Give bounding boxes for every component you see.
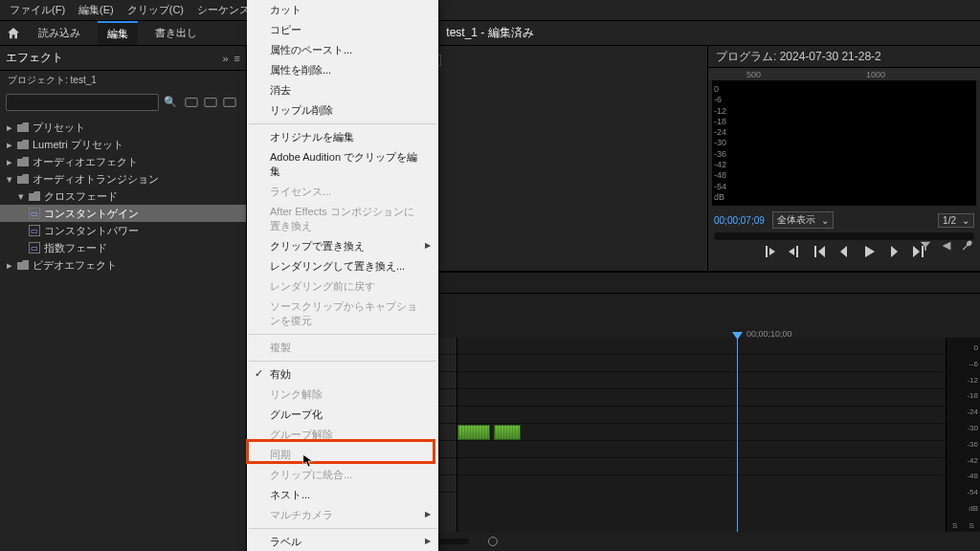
menu-item: After Effects コンポジションに置き換え [247, 202, 438, 236]
effects-tree: ▸プリセット ▸Lumetri プリセット ▸オーディオエフェクト ▾オーディオ… [0, 115, 246, 277]
tab-export[interactable]: 書き出し [145, 22, 207, 44]
tree-exponential-fade[interactable]: ▭指数フェード [0, 239, 246, 256]
menu-item: グループ解除 [247, 425, 438, 445]
accel-icon[interactable] [185, 96, 198, 109]
program-zoom-dropdown[interactable]: 全体表示⌄ [772, 211, 834, 229]
tree-crossfade[interactable]: ▾クロスフェード [0, 187, 246, 205]
mark-out-icon[interactable] [787, 244, 802, 259]
menu-item[interactable]: 消去 [247, 80, 438, 100]
program-ruler[interactable]: 5001000 [708, 67, 980, 80]
menu-item: レンダリング前に戻す [247, 276, 438, 297]
goto-in-icon[interactable] [812, 244, 827, 259]
menu-item: マルチカメラ [247, 505, 438, 525]
zoom-in-icon[interactable] [488, 537, 498, 546]
svg-rect-1 [205, 99, 216, 107]
menu-item[interactable]: グループ化 [247, 405, 438, 425]
menu-item[interactable]: クリップで置き換え [247, 236, 438, 256]
play-icon[interactable] [861, 244, 877, 259]
menu-item: 複製 [247, 338, 438, 358]
audio-clip-1[interactable] [457, 425, 490, 440]
project-title: test_1 - 編集済み [446, 25, 533, 41]
program-resolution-dropdown[interactable]: 1/2⌄ [938, 213, 974, 228]
menu-item: クリップに統合... [247, 465, 438, 485]
step-fwd-icon[interactable] [886, 244, 902, 259]
menu-item: ソースクリップからキャプションを復元 [247, 297, 438, 331]
tree-constant-power[interactable]: ▭コンスタントパワー [0, 222, 246, 239]
tree-audio-effects[interactable]: ▸オーディオエフェクト [0, 153, 246, 170]
tab-edit[interactable]: 編集 [98, 21, 138, 45]
workspace: エフェクト » ≡ プロジェクト: test_1 🔍 ▸プリセット ▸Lumet… [0, 46, 980, 551]
menu-file[interactable]: ファイル(F) [4, 1, 71, 19]
tree-presets[interactable]: ▸プリセット [0, 119, 246, 136]
menu-clip[interactable]: クリップ(C) [122, 1, 189, 19]
panel-menu-icon[interactable]: » [222, 53, 228, 64]
home-icon[interactable] [6, 26, 21, 41]
program-view[interactable]: 0-6-12-18-24-30-36-42-48-54dB [712, 80, 976, 206]
menu-item[interactable]: レンダリングして置き換え... [247, 256, 438, 276]
menu-item: リンク解除 [247, 385, 438, 405]
track-area[interactable] [457, 338, 946, 532]
menu-edit[interactable]: 編集(E) [73, 1, 120, 19]
search-icon: 🔍 [164, 96, 177, 108]
effects-tab[interactable]: エフェクト [6, 46, 63, 70]
menu-item[interactable]: ネスト... [247, 485, 438, 505]
yuv-icon[interactable] [223, 96, 236, 109]
menu-item[interactable]: コピー [247, 20, 438, 40]
workspace-topbar: 読み込み 編集 書き出し test_1 - 編集済み [0, 21, 980, 46]
menu-item[interactable]: 属性のペースト... [247, 40, 438, 60]
funnel-icon[interactable] [919, 239, 932, 253]
menu-item[interactable]: ラベル [247, 532, 438, 551]
menu-item[interactable]: カット [247, 0, 438, 20]
menu-item[interactable]: オリジナルを編集 [247, 127, 438, 147]
transition-icon: ▭ [29, 242, 40, 253]
program-monitor: プログラム: 2024-07-30 21-28-2 5001000 0-6-12… [708, 46, 980, 271]
program-title: プログラム: 2024-07-30 21-28-2 [716, 49, 881, 65]
menu-item[interactable]: 有効 [247, 364, 438, 385]
tree-constant-gain[interactable]: ▭コンスタントゲイン [0, 205, 246, 222]
panel-quick-icons [919, 239, 974, 253]
menu-item: 同期 [247, 445, 438, 465]
effects-panel: エフェクト » ≡ プロジェクト: test_1 🔍 ▸プリセット ▸Lumet… [0, 46, 247, 551]
step-back-icon[interactable] [836, 244, 852, 259]
share-icon[interactable] [940, 239, 953, 253]
program-timecode[interactable]: 00;00;07;09 [714, 215, 765, 226]
transition-icon: ▭ [29, 208, 40, 219]
tree-lumetri-presets[interactable]: ▸Lumetri プリセット [0, 136, 246, 153]
mark-in-icon[interactable] [762, 244, 777, 259]
clip-context-menu: カットコピー属性のペースト...属性を削除...消去リップル削除オリジナルを編集… [247, 0, 438, 551]
wrench-icon[interactable] [961, 239, 974, 253]
effects-search-input[interactable] [6, 94, 159, 111]
cursor-icon [302, 453, 314, 469]
program-scale: 0-6-12-18-24-30-36-42-48-54dB [712, 80, 735, 206]
svg-rect-2 [224, 99, 235, 107]
project-breadcrumb[interactable]: プロジェクト: test_1 [8, 74, 97, 87]
panel-overflow-icon[interactable]: ≡ [234, 53, 240, 64]
menu-item[interactable]: 属性を削除... [247, 60, 438, 80]
playhead[interactable] [737, 338, 738, 532]
audio-clip-2[interactable] [494, 425, 521, 440]
audio-meter: 0--6-12-18-24-30-36-42-48-54dB SS [946, 338, 980, 532]
tab-import[interactable]: 読み込み [29, 22, 90, 44]
32bit-icon[interactable] [204, 96, 217, 109]
transition-icon: ▭ [29, 225, 40, 236]
menu-item[interactable]: Adobe Audition でクリップを編集 [247, 147, 438, 182]
svg-rect-0 [186, 99, 197, 107]
tree-audio-transitions[interactable]: ▾オーディオトランジション [0, 170, 246, 187]
menu-item: ライセンス... [247, 182, 438, 202]
menu-item[interactable]: リップル削除 [247, 100, 438, 121]
app-menubar: ファイル(F) 編集(E) クリップ(C) シーケンス(S) マーカー(M) グ… [0, 0, 980, 21]
tree-video-effects[interactable]: ▸ビデオエフェクト [0, 256, 246, 274]
